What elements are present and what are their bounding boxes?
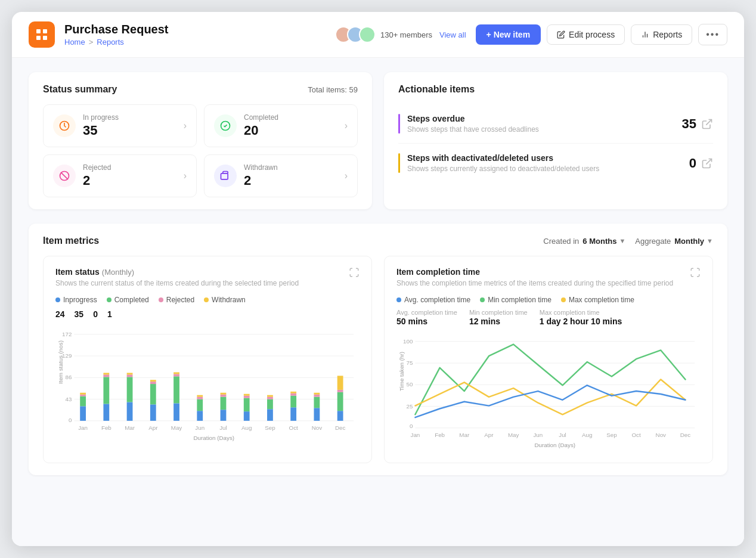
external-link-icon-2[interactable] [701,157,713,169]
cards-row: Status summary Total items: 59 In progre… [29,72,727,209]
svg-rect-46 [197,399,203,411]
svg-text:Item status (nos): Item status (nos) [57,340,64,384]
svg-rect-0 [36,29,41,33]
legend-label-avg: Avg. completion time [404,296,470,304]
line-chart-card: Item completion time Shows the completio… [384,256,713,463]
avatars [335,26,376,43]
svg-text:Jan: Jan [78,424,88,431]
svg-rect-45 [197,411,203,421]
svg-text:25: 25 [407,403,413,410]
reports-label: Reports [653,30,682,39]
svg-rect-31 [103,374,109,377]
status-completed[interactable]: Completed 20 › [204,104,358,147]
status-inprogress[interactable]: In progress 35 › [43,104,197,147]
months-select[interactable]: 6 Months ▼ [583,237,625,246]
app-window: Purchase Request Home > Reports 130+ mem… [12,12,744,546]
app-logo-icon [35,27,49,42]
deactivated-subtitle: Shows steps currently assigned to deacti… [407,165,599,173]
withdrawn-info: Withdrawn 2 [244,163,337,188]
min-value: 12 mins [469,317,500,326]
svg-rect-50 [221,397,227,410]
bar-chart-legend: Inprogress Completed Rejected Withd [55,296,360,304]
svg-text:Feb: Feb [435,432,445,438]
status-summary-title: Status summary [43,84,117,95]
svg-rect-28 [80,393,86,395]
completed-label: Completed [244,113,337,122]
svg-rect-59 [267,397,273,399]
svg-rect-35 [127,374,133,377]
status-grid: In progress 35 › Comp [43,104,358,197]
deactivated-count: 0 [689,156,696,171]
legend-dot-inprogress [55,297,60,302]
rejected-chevron: › [184,170,187,181]
svg-rect-71 [337,390,343,392]
svg-rect-30 [103,377,109,404]
svg-rect-64 [290,392,296,393]
svg-text:Dec: Dec [680,432,691,438]
months-value: 6 Months [583,237,616,246]
inprogress-icon [53,114,76,137]
withdrawn-label: Withdrawn [244,163,337,172]
svg-text:0: 0 [410,423,413,429]
legend-label-completed: Completed [114,296,149,304]
legend-dot-rejected [159,297,163,302]
svg-rect-66 [314,397,320,408]
avg-value: 50 mins [396,317,427,326]
bar-chart-period: (Monthly) [102,268,134,277]
svg-rect-2 [36,36,41,40]
legend-label-withdrawn: Withdrawn [212,296,246,304]
accent-bar-purple [398,114,400,134]
inprogress-info: In progress 35 [83,113,176,138]
line-chart-legend: Avg. completion time Min completion time… [396,296,701,304]
bar-chart-expand[interactable] [349,267,360,278]
months-arrow: ▼ [619,237,625,244]
svg-rect-72 [337,376,343,390]
inprogress-count: 35 [83,123,176,138]
actionable-item-deactivated: Steps with deactivated/deleted users Sho… [398,144,713,182]
avatar [359,26,376,43]
bar-value-withdrawn: 1 [107,309,112,319]
legend-min: Min completion time [480,296,551,304]
min-label: Min completion time [469,309,528,316]
legend-dot-min [480,297,485,302]
bar-chart-subtitle: Shows the current status of the items cr… [55,279,299,287]
status-withdrawn[interactable]: Withdrawn 2 › [204,154,358,197]
svg-rect-26 [80,396,86,407]
external-link-icon[interactable] [701,118,713,130]
svg-text:Jul: Jul [559,432,566,438]
svg-rect-32 [103,373,109,374]
aggregate-control: Aggregate Monthly ▼ [635,237,713,246]
header-title-group: Purchase Request Home > Reports [64,23,326,46]
svg-rect-52 [221,393,227,395]
metrics-header: Item metrics Created in 6 Months ▼ Aggre… [43,235,713,246]
status-rejected[interactable]: Rejected 2 › [43,154,197,197]
legend-completed: Completed [107,296,149,304]
reports-button[interactable]: Reports [631,24,692,45]
aggregate-select[interactable]: Monthly ▼ [674,237,713,246]
svg-rect-61 [290,407,296,421]
line-chart-expand[interactable] [690,267,701,278]
completed-info: Completed 20 [244,113,337,138]
completed-icon [214,114,237,137]
created-in-control: Created in 6 Months ▼ [543,237,625,246]
svg-rect-29 [103,404,109,420]
svg-text:Jul: Jul [219,424,227,431]
created-in-label: Created in [543,237,579,246]
more-options-button[interactable]: ••• [698,24,727,45]
svg-rect-48 [197,395,203,397]
more-icon: ••• [706,29,720,40]
svg-text:Jun: Jun [195,424,205,431]
svg-rect-70 [337,392,343,411]
breadcrumb-home[interactable]: Home [64,38,85,46]
edit-process-button[interactable]: Edit process [547,24,625,45]
svg-rect-27 [80,395,86,396]
svg-text:86: 86 [66,374,72,380]
svg-text:May: May [508,432,519,438]
new-item-button[interactable]: + New item [476,24,541,45]
rejected-icon [53,165,76,187]
view-all-link[interactable]: View all [439,30,466,39]
legend-label-inprogress: Inprogress [63,296,97,304]
svg-rect-49 [221,410,227,421]
legend-avg: Avg. completion time [396,296,470,304]
svg-rect-1 [43,29,47,33]
